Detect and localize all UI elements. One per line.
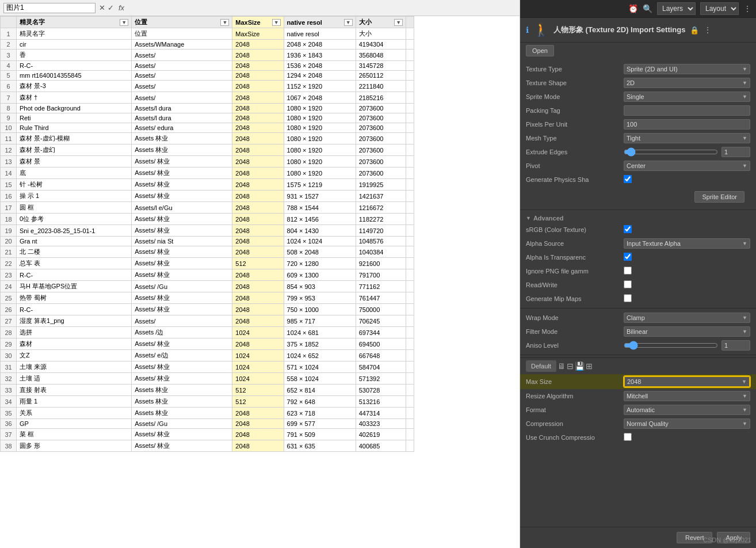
cell-e-37[interactable]: 402619 (356, 429, 406, 440)
cell-d-32[interactable]: 558 × 1024 (284, 373, 356, 385)
cell-d-15[interactable]: 1575 × 1219 (284, 179, 356, 191)
cell-d-3[interactable]: 1936 × 1843 (284, 50, 356, 61)
cell-a-34[interactable]: 雨量 1 (17, 396, 132, 408)
cell-b-17[interactable]: Assets/l e/Gu (132, 202, 232, 214)
cell-d-13[interactable]: 1080 × 1920 (284, 156, 356, 168)
cell-d-18[interactable]: 812 × 1456 (284, 214, 356, 225)
cell-b-33[interactable]: Assets 林业 (132, 385, 232, 396)
cell-c-24[interactable]: 2048 (232, 281, 284, 292)
col-header-d[interactable]: native resol ▼ (284, 17, 356, 28)
disk-icon[interactable]: 💾 (575, 361, 585, 371)
cell-e-7[interactable]: 2185216 (356, 92, 406, 104)
cell-e-36[interactable]: 403323 (356, 419, 406, 429)
cell-d-20[interactable]: 1024 × 1024 (284, 237, 356, 246)
cell-a-9[interactable]: Reti (17, 113, 132, 123)
extrude-edges-value[interactable]: 1 (624, 147, 750, 157)
cell-a-26[interactable]: R-C- (17, 304, 132, 315)
cell-b-6[interactable]: Assets/ (132, 81, 232, 92)
pivot-value[interactable]: Center ▼ (624, 161, 750, 171)
cell-e-15[interactable]: 1919925 (356, 179, 406, 191)
cell-b-9[interactable]: Assets/l dura (132, 113, 232, 123)
cell-d-28[interactable]: 1024 × 681 (284, 327, 356, 338)
cell-b-3[interactable]: Assets/ (132, 50, 232, 61)
header-more-icon[interactable]: ⋮ (704, 25, 712, 35)
cell-b-24[interactable]: Assets/ /Gu (132, 281, 232, 292)
mesh-type-dropdown[interactable]: Tight ▼ (624, 133, 750, 143)
cell-a-31[interactable]: 土壤 来源 (17, 361, 132, 373)
windows-icon[interactable]: ⊞ (586, 361, 593, 371)
cell-b-8[interactable]: Assets/l dura (132, 104, 232, 113)
cell-e-23[interactable]: 791700 (356, 269, 406, 281)
cell-c-4[interactable]: 2048 (232, 61, 284, 71)
cell-a-10[interactable]: Rule Third (17, 123, 132, 133)
cell-b-20[interactable]: Assets/ nia St (132, 237, 232, 246)
cell-b-10[interactable]: Assets/ edura (132, 123, 232, 133)
cell-c-19[interactable]: 2048 (232, 225, 284, 237)
cell-b-7[interactable]: Assets/ (132, 92, 232, 104)
cell-d-6[interactable]: 1152 × 1920 (284, 81, 356, 92)
cell-c-34[interactable]: 512 (232, 396, 284, 408)
cell-b-27[interactable]: Assets/ (132, 315, 232, 327)
cell-c-22[interactable]: 512 (232, 258, 284, 269)
cell-b-11[interactable]: Assets 林业 (132, 133, 232, 144)
cell-b-38[interactable]: Assets/ 林业 (132, 440, 232, 452)
cell-a-22[interactable]: 总车 表 (17, 258, 132, 269)
alpha-source-value[interactable]: Input Texture Alpha ▼ (624, 238, 750, 249)
cell-d-10[interactable]: 1080 × 1920 (284, 123, 356, 133)
cell-b-34[interactable]: Assets 林业 (132, 396, 232, 408)
cell-b-36[interactable]: Assets/ /Gu (132, 419, 232, 429)
cell-c-8[interactable]: 2048 (232, 104, 284, 113)
cell-d-8[interactable]: 1080 × 1920 (284, 104, 356, 113)
cell-a-14[interactable]: 底 (17, 168, 132, 179)
cell-c-12[interactable]: 2048 (232, 144, 284, 156)
cell-b-37[interactable]: Assets/ 林业 (132, 429, 232, 440)
cell-e-1[interactable]: 大小 (356, 28, 406, 40)
cell-d-27[interactable]: 985 × 717 (284, 315, 356, 327)
sprite-mode-value[interactable]: Single ▼ (624, 92, 750, 102)
cell-c-29[interactable]: 2048 (232, 338, 284, 350)
cell-d-16[interactable]: 931 × 1527 (284, 191, 356, 202)
cell-a-16[interactable]: 操 示 1 (17, 191, 132, 202)
cell-d-25[interactable]: 799 × 953 (284, 292, 356, 304)
cell-d-17[interactable]: 788 × 1544 (284, 202, 356, 214)
cell-b-21[interactable]: Assets/ 林业 (132, 246, 232, 258)
alpha-transparent-checkbox[interactable] (624, 253, 632, 261)
cell-d-37[interactable]: 791 × 509 (284, 429, 356, 440)
cell-e-10[interactable]: 2073600 (356, 123, 406, 133)
cell-a-6[interactable]: 森材 景-3 (17, 81, 132, 92)
cell-c-13[interactable]: 2048 (232, 156, 284, 168)
cell-d-7[interactable]: 1067 × 2048 (284, 92, 356, 104)
cell-d-21[interactable]: 508 × 2048 (284, 246, 356, 258)
cell-d-29[interactable]: 375 × 1852 (284, 338, 356, 350)
cell-d-22[interactable]: 720 × 1280 (284, 258, 356, 269)
cell-a-11[interactable]: 森材 景-虚幻-模糊 (17, 133, 132, 144)
cell-c-10[interactable]: 2048 (232, 123, 284, 133)
cell-a-23[interactable]: R-C- (17, 269, 132, 281)
open-button[interactable]: Open (526, 45, 554, 56)
resize-algorithm-dropdown[interactable]: Mitchell ▼ (624, 391, 750, 401)
cell-e-21[interactable]: 1040384 (356, 246, 406, 258)
cell-a-3[interactable]: 香 (17, 50, 132, 61)
col-header-a[interactable]: 精灵名字 ▼ (17, 17, 132, 28)
filter-mode-dropdown[interactable]: Bilinear ▼ (624, 326, 750, 337)
cell-b-23[interactable]: Assets/ 林业 (132, 269, 232, 281)
layers-dropdown[interactable]: Layers (657, 2, 696, 15)
cell-e-33[interactable]: 530728 (356, 385, 406, 396)
resize-algorithm-value[interactable]: Mitchell ▼ (624, 391, 750, 401)
cell-c-28[interactable]: 1024 (232, 327, 284, 338)
col-header-b[interactable]: 位置 ▼ (132, 17, 232, 28)
cell-e-11[interactable]: 2073600 (356, 133, 406, 144)
cell-c-37[interactable]: 2048 (232, 429, 284, 440)
pixels-per-unit-value[interactable]: 100 (624, 119, 750, 130)
cell-b-25[interactable]: Assets/ 林业 (132, 292, 232, 304)
cell-e-38[interactable]: 400685 (356, 440, 406, 452)
cell-d-30[interactable]: 1024 × 652 (284, 350, 356, 361)
cell-d-14[interactable]: 1080 × 1920 (284, 168, 356, 179)
aniso-level-value[interactable]: 1 (624, 340, 750, 351)
cell-c-31[interactable]: 1024 (232, 361, 284, 373)
cell-b-13[interactable]: Assets/ 林业 (132, 156, 232, 168)
cell-c-38[interactable]: 2048 (232, 440, 284, 452)
alpha-source-dropdown[interactable]: Input Texture Alpha ▼ (624, 238, 750, 249)
cell-reference[interactable]: 图片1 (3, 3, 96, 13)
sheet-area[interactable]: 精灵名字 ▼ 位置 ▼ MaxSize ▼ (0, 16, 520, 548)
